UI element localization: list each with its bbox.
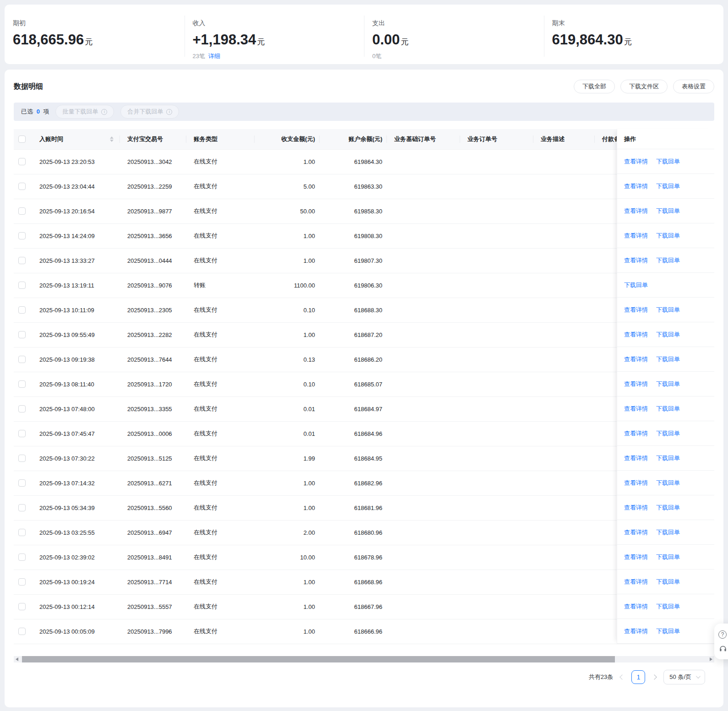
checkbox-cell [14, 570, 32, 594]
balance-cell: 618681.96 [320, 495, 387, 520]
view-details-link[interactable]: 查看详情 [624, 182, 648, 190]
download-receipt-link[interactable]: 下载回单 [656, 479, 680, 487]
row-checkbox[interactable] [18, 603, 26, 610]
row-checkbox[interactable] [18, 356, 26, 363]
description-cell [533, 396, 595, 421]
view-details-link[interactable]: 查看详情 [624, 429, 648, 438]
row-checkbox[interactable] [18, 282, 26, 289]
prev-page-icon[interactable] [620, 674, 625, 679]
download-receipt-link[interactable]: 下载回单 [656, 405, 680, 413]
view-details-link[interactable]: 查看详情 [624, 602, 648, 611]
column-header-entry-time[interactable]: 入账时间 [32, 129, 120, 149]
row-checkbox[interactable] [18, 455, 26, 462]
summary-opening-value: 618,665.96元 [13, 32, 185, 48]
download-receipt-link[interactable]: 下载回单 [656, 306, 680, 314]
row-checkbox[interactable] [18, 628, 26, 635]
row-checkbox[interactable] [18, 504, 26, 511]
page-1-button[interactable]: 1 [631, 670, 645, 684]
download-receipt-link[interactable]: 下载回单 [656, 355, 680, 364]
row-checkbox[interactable] [18, 158, 26, 165]
download-receipt-link[interactable]: 下载回单 [656, 207, 680, 215]
view-details-link[interactable]: 查看详情 [624, 405, 648, 413]
customer-service-icon[interactable] [718, 644, 728, 652]
row-checkbox[interactable] [18, 183, 26, 190]
scrollbar-thumb[interactable] [22, 656, 615, 662]
account-type-cell: 在线支付 [186, 570, 255, 594]
balance-cell: 619806.30 [320, 273, 387, 298]
download-receipt-link[interactable]: 下载回单 [656, 182, 680, 190]
row-checkbox[interactable] [18, 380, 26, 388]
download-receipt-link[interactable]: 下载回单 [624, 281, 648, 289]
scroll-right-arrow-icon[interactable] [710, 657, 712, 661]
view-details-link[interactable]: 查看详情 [624, 479, 648, 487]
table-row: 2025-09-13 02:39:0220250913...8491在线支付10… [14, 545, 714, 570]
row-checkbox[interactable] [18, 529, 26, 536]
order-no-cell [460, 298, 533, 322]
row-checkbox[interactable] [18, 306, 26, 314]
download-receipt-link[interactable]: 下载回单 [656, 256, 680, 265]
download-receipt-link[interactable]: 下载回单 [656, 232, 680, 240]
view-details-link[interactable]: 查看详情 [624, 355, 648, 364]
horizontal-scrollbar[interactable] [14, 656, 714, 662]
table-settings-button[interactable]: 表格设置 [673, 80, 714, 93]
batch-download-receipts-button[interactable]: 批量下载回单 i [55, 105, 114, 119]
view-details-link[interactable]: 查看详情 [624, 207, 648, 215]
view-details-link[interactable]: 查看详情 [624, 380, 648, 388]
txn-no-cell: 20250913...9076 [120, 273, 186, 298]
actions-cell: 查看详情下载回单 [617, 545, 714, 570]
download-receipt-link[interactable]: 下载回单 [656, 429, 680, 438]
panel-header: 数据明细 下载全部 下载文件区 表格设置 [14, 70, 714, 93]
actions-cell: 查看详情下载回单 [617, 322, 714, 347]
download-receipt-link[interactable]: 下载回单 [656, 553, 680, 561]
view-details-link[interactable]: 查看详情 [624, 157, 648, 166]
download-receipt-link[interactable]: 下载回单 [656, 578, 680, 586]
income-detail-link[interactable]: 详细 [208, 53, 220, 60]
actions-cell: 查看详情下载回单 [617, 149, 714, 174]
view-details-link[interactable]: 查看详情 [624, 578, 648, 586]
table-row: 2025-09-13 13:33:2720250913...0444在线支付1.… [14, 248, 714, 273]
select-all-checkbox[interactable] [18, 136, 26, 143]
view-details-link[interactable]: 查看详情 [624, 256, 648, 265]
txn-no-cell: 20250913...2282 [120, 322, 186, 347]
row-checkbox[interactable] [18, 207, 26, 215]
download-receipt-link[interactable]: 下载回单 [656, 380, 680, 388]
view-details-link[interactable]: 查看详情 [624, 504, 648, 512]
row-checkbox[interactable] [18, 331, 26, 338]
download-all-button[interactable]: 下载全部 [574, 80, 615, 93]
download-file-area-button[interactable]: 下载文件区 [620, 80, 668, 93]
view-details-link[interactable]: 查看详情 [624, 627, 648, 635]
download-receipt-link[interactable]: 下载回单 [656, 331, 680, 339]
row-checkbox[interactable] [18, 578, 26, 586]
row-checkbox[interactable] [18, 232, 26, 239]
row-checkbox[interactable] [18, 405, 26, 412]
view-details-link[interactable]: 查看详情 [624, 232, 648, 240]
download-receipt-link[interactable]: 下载回单 [656, 528, 680, 537]
download-receipt-link[interactable]: 下载回单 [656, 627, 680, 635]
row-checkbox[interactable] [18, 257, 26, 264]
scroll-left-arrow-icon[interactable] [16, 657, 18, 661]
download-receipt-link[interactable]: 下载回单 [656, 504, 680, 512]
view-details-link[interactable]: 查看详情 [624, 331, 648, 339]
sort-icon[interactable] [110, 136, 114, 142]
column-header-base-order-no: 业务基础订单号 [387, 129, 460, 149]
row-checkbox[interactable] [18, 554, 26, 561]
view-details-link[interactable]: 查看详情 [624, 454, 648, 462]
view-details-link[interactable]: 查看详情 [624, 528, 648, 537]
table-row: 2025-09-13 05:34:3920250913...5560在线支付1.… [14, 495, 714, 520]
view-details-link[interactable]: 查看详情 [624, 553, 648, 561]
balance-cell: 619807.30 [320, 248, 387, 273]
amount-cell: 1100.00 [255, 273, 320, 298]
row-checkbox[interactable] [18, 430, 26, 437]
page-size-select[interactable]: 50 条/页 [663, 670, 705, 684]
download-receipt-link[interactable]: 下载回单 [656, 454, 680, 462]
chevron-down-icon [696, 674, 701, 678]
order-no-cell [460, 594, 533, 619]
next-page-icon[interactable] [652, 674, 657, 679]
view-details-link[interactable]: 查看详情 [624, 306, 648, 314]
download-receipt-link[interactable]: 下载回单 [656, 602, 680, 611]
balance-cell: 619858.30 [320, 199, 387, 223]
row-checkbox[interactable] [18, 479, 26, 487]
merge-download-receipts-button[interactable]: 合并下载回单 i [120, 105, 179, 119]
help-question-icon[interactable]: ? [718, 630, 727, 639]
download-receipt-link[interactable]: 下载回单 [656, 157, 680, 166]
